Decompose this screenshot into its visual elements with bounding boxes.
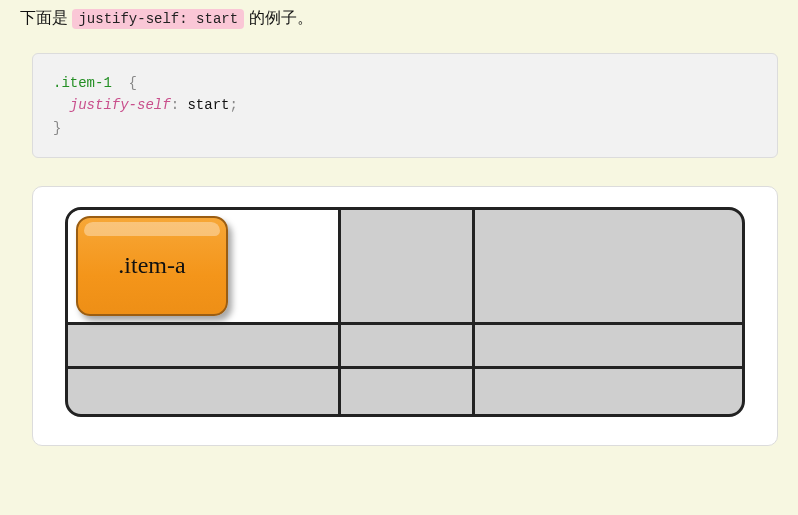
code-colon: : bbox=[171, 97, 188, 113]
intro-paragraph: 下面是 justify-self: start 的例子。 bbox=[20, 4, 778, 33]
code-property: justify-self bbox=[70, 97, 171, 113]
code-block: .item-1 { justify-self: start; } bbox=[32, 53, 778, 158]
grid-col-line-2 bbox=[472, 210, 475, 414]
figure-card: .item-a bbox=[32, 186, 778, 446]
inline-code: justify-self: start bbox=[72, 9, 244, 29]
code-selector: .item-1 bbox=[53, 75, 112, 91]
intro-prefix: 下面是 bbox=[20, 9, 72, 26]
grid-row-line-1 bbox=[68, 322, 742, 325]
code-semicolon: ; bbox=[229, 97, 237, 113]
code-brace-open: { bbox=[112, 75, 137, 91]
code-indent bbox=[53, 97, 70, 113]
code-value: start bbox=[187, 97, 229, 113]
grid-row-line-2 bbox=[68, 366, 742, 369]
grid-col-line-1 bbox=[338, 210, 341, 414]
intro-suffix: 的例子。 bbox=[244, 9, 312, 26]
grid-item-label: .item-a bbox=[118, 244, 185, 287]
code-brace-close: } bbox=[53, 120, 61, 136]
grid-sketch: .item-a bbox=[65, 207, 745, 417]
grid-item-a: .item-a bbox=[76, 216, 228, 316]
